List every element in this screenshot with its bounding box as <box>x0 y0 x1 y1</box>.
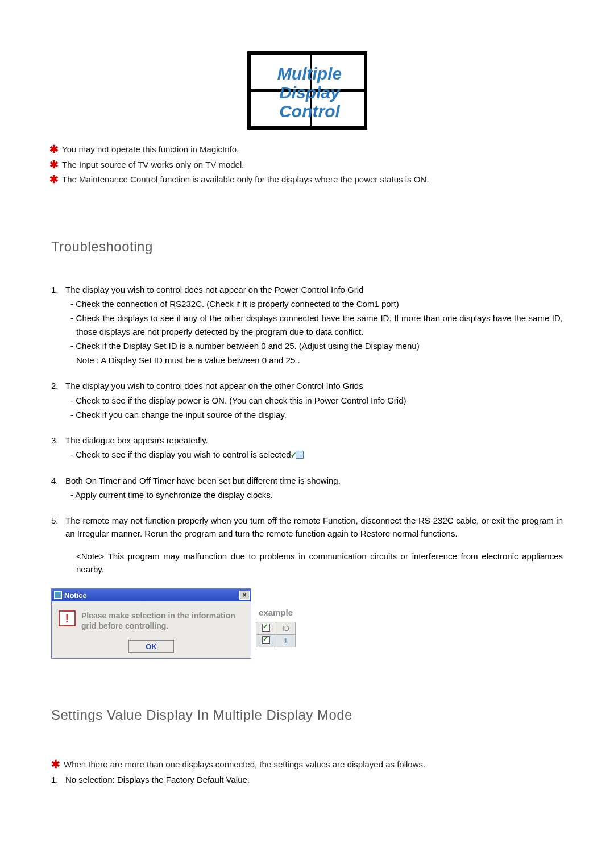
item-number: 3. <box>51 434 59 447</box>
settings-heading: Settings Value Display In Multiple Displ… <box>51 707 563 723</box>
logo-word-multiple: Multiple <box>264 64 355 84</box>
settings-star-text: When there are more than one displays co… <box>64 757 563 772</box>
id-value: 1 <box>276 635 296 647</box>
item-sub: - Check if the Display Set ID is a numbe… <box>65 339 563 352</box>
top-note-text: The Maintenance Control function is avai… <box>62 172 563 187</box>
checkbox-icon[interactable] <box>262 636 270 644</box>
logo-word-control: Control <box>270 102 350 121</box>
checkbox-icon[interactable] <box>262 624 270 632</box>
dialog-screenshot: Notice × ! Please make selection in the … <box>51 588 563 659</box>
item-title: Both On Timer and Off Timer have been se… <box>65 476 341 485</box>
top-notes-list: ✱ You may not operate this function in M… <box>49 142 563 188</box>
troubleshooting-item-4: 4. Both On Timer and Off Timer have been… <box>51 474 563 502</box>
star-icon: ✱ <box>49 157 59 173</box>
example-panel: example ID 1 <box>256 588 296 647</box>
item-note: Note : A Display Set ID must be a value … <box>65 354 563 367</box>
star-icon: ✱ <box>49 142 59 157</box>
troubleshooting-item-3: 3. The dialogue box appears repeatedly. … <box>51 434 563 462</box>
item-sub: - Check the displays to see if any of th… <box>65 312 563 338</box>
mdc-app-icon <box>54 591 62 599</box>
item-title: The display you wish to control does not… <box>65 381 363 391</box>
close-button[interactable]: × <box>239 591 250 600</box>
program-note: <Note> This program may malfunction due … <box>65 550 563 576</box>
item-title: The display you wish to control does not… <box>65 285 363 294</box>
checkbox-icon <box>296 451 304 459</box>
star-icon: ✱ <box>51 757 60 773</box>
item-text: No selection: Displays the Factory Defau… <box>65 775 250 784</box>
item-number: 5. <box>51 514 59 527</box>
settings-value-section: Settings Value Display In Multiple Displ… <box>51 707 563 787</box>
item-number: 4. <box>51 474 59 487</box>
example-grid: ID 1 <box>256 622 296 647</box>
close-icon: × <box>242 591 246 599</box>
logo-word-display: Display <box>270 83 350 102</box>
notice-dialog: Notice × ! Please make selection in the … <box>51 588 251 659</box>
item-title: The remote may not function properly whe… <box>65 516 563 538</box>
top-note-3: ✱ The Maintenance Control function is av… <box>49 172 563 188</box>
item-sub: - Check if you can change the input sour… <box>65 408 563 421</box>
item-sub: - Apply current time to synchronize the … <box>65 488 563 501</box>
id-header: ID <box>276 622 296 635</box>
table-row: 1 <box>256 635 296 647</box>
item-title: The dialogue box appears repeatedly. <box>65 435 208 445</box>
top-note-2: ✱ The Input source of TV works only on T… <box>49 157 563 173</box>
item-sub: - Check to see if the display you wish t… <box>65 448 563 461</box>
warning-icon: ! <box>59 610 76 626</box>
table-row: ID <box>256 622 296 635</box>
top-note-text: You may not operate this function in Mag… <box>62 142 563 157</box>
item-sub: - Check to see if the display power is O… <box>65 394 563 407</box>
item-number: 1. <box>51 283 59 296</box>
dialog-message: Please make selection in the information… <box>81 610 244 631</box>
top-note-1: ✱ You may not operate this function in M… <box>49 142 563 157</box>
item-number: 2. <box>51 379 59 392</box>
star-icon: ✱ <box>49 172 59 188</box>
top-note-text: The Input source of TV works only on TV … <box>62 157 563 172</box>
dialog-title: Notice <box>64 591 87 600</box>
troubleshooting-heading: Troubleshooting <box>51 239 563 255</box>
dialog-titlebar: Notice × <box>52 589 251 601</box>
troubleshooting-item-1: 1. The display you wish to control does … <box>51 283 563 367</box>
mdc-logo: Multiple Display Control <box>247 51 367 130</box>
item-sub: - Check the connection of RS232C. (Check… <box>65 297 563 310</box>
settings-star-note: ✱ When there are more than one displays … <box>51 757 563 773</box>
ok-button[interactable]: OK <box>128 640 174 653</box>
troubleshooting-item-5: 5. The remote may not function properly … <box>51 514 563 576</box>
example-label: example <box>256 608 296 617</box>
settings-numbered-1: 1. No selection: Displays the Factory De… <box>51 773 563 787</box>
logo-wrapper: Multiple Display Control <box>51 51 563 130</box>
troubleshooting-item-2: 2. The display you wish to control does … <box>51 379 563 421</box>
item-number: 1. <box>51 773 59 787</box>
